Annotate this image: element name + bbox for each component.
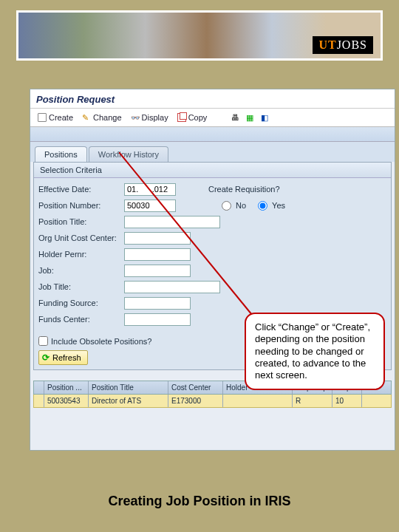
logo-suffix: JOBS [337, 38, 367, 51]
export-button[interactable]: ▦ [244, 112, 256, 123]
position-title-label: Position Title: [38, 217, 121, 226]
position-number-label: Position Number: [38, 201, 121, 210]
row-position: 50030543 [44, 395, 89, 407]
document-icon [38, 113, 47, 122]
position-number-input[interactable] [124, 200, 176, 212]
change-label: Change [93, 113, 122, 122]
requisition-yes-radio[interactable] [258, 201, 267, 211]
create-button[interactable]: Create [35, 112, 76, 123]
form: Effective Date: Create Requisition? Posi… [34, 178, 391, 330]
header-banner: UTJOBS [16, 10, 383, 61]
no-label: No [236, 201, 246, 210]
row-title: Director of ATS [89, 395, 168, 407]
refresh-icon [42, 352, 50, 363]
job-label: Job: [38, 266, 121, 275]
row-holder [223, 395, 293, 407]
table-row[interactable]: 50030543 Director of ATS E173000 R 10 [33, 395, 392, 408]
copy-button[interactable]: Copy [174, 112, 211, 123]
funds-center-input[interactable] [124, 313, 191, 326]
grid-header-select[interactable] [34, 381, 44, 394]
display-button[interactable]: Display [128, 112, 171, 123]
display-label: Display [142, 113, 168, 122]
org-unit-label: Org Unit Cost Center: [38, 233, 121, 242]
copy-icon [177, 113, 186, 122]
change-button[interactable]: Change [79, 112, 125, 123]
tab-workflow-history[interactable]: Workflow History [89, 146, 168, 162]
org-unit-input[interactable] [124, 232, 191, 245]
holder-pernr-input[interactable] [124, 248, 191, 261]
position-title-input[interactable] [124, 216, 220, 228]
copy-label: Copy [188, 113, 208, 122]
app-window: Position Request Create Change Display C… [30, 89, 395, 451]
window-title: Position Request [30, 89, 395, 109]
slide-caption: Creating Job Position in IRIS [0, 494, 399, 509]
include-obsolete-label: Include Obsolete Positions? [51, 337, 151, 346]
ut-jobs-logo: UTJOBS [313, 36, 373, 54]
logo-prefix: UT [318, 38, 336, 51]
grid-header-title[interactable]: Position Title [89, 381, 168, 394]
job-title-input[interactable] [124, 281, 220, 293]
effective-date-label: Effective Date: [38, 185, 121, 194]
funding-source-input[interactable] [124, 297, 191, 310]
toolbar: Create Change Display Copy 🖶 ▦ ◧ [30, 109, 395, 127]
refresh-button[interactable]: Refresh [38, 350, 88, 365]
yes-label: Yes [272, 201, 285, 210]
create-requisition-label: Create Requisition? [208, 185, 297, 194]
grid-header-cost-center[interactable]: Cost Center [168, 381, 223, 394]
effective-date-input[interactable] [124, 183, 176, 196]
create-label: Create [49, 113, 73, 122]
glasses-icon [131, 113, 140, 122]
funds-center-label: Funds Center: [38, 315, 121, 324]
row-cost-center: E173000 [168, 395, 223, 407]
refresh-label: Refresh [52, 353, 81, 362]
row-emp-grp: R [293, 395, 332, 407]
job-input[interactable] [124, 265, 191, 277]
job-title-label: Job Title: [38, 282, 121, 291]
instruction-callout: Click “Change” or “Create”, depending on… [245, 313, 385, 390]
grid-header-position[interactable]: Position ... [44, 381, 89, 394]
tab-positions[interactable]: Positions [35, 146, 87, 162]
include-obsolete-checkbox[interactable] [38, 336, 48, 346]
print-button[interactable]: 🖶 [229, 112, 241, 123]
panel-title: Selection Criteria [34, 163, 391, 178]
requisition-no-radio[interactable] [222, 201, 231, 211]
funding-source-label: Funding Source: [38, 299, 121, 307]
tabstrip: Positions Workflow History [30, 142, 395, 162]
subheader [30, 127, 395, 142]
row-emp-sub: 10 [332, 395, 362, 407]
holder-pernr-label: Holder Pernr: [38, 250, 121, 259]
pencil-icon [82, 113, 91, 122]
row-selector[interactable] [34, 395, 44, 407]
settings-button[interactable]: ◧ [259, 112, 270, 123]
